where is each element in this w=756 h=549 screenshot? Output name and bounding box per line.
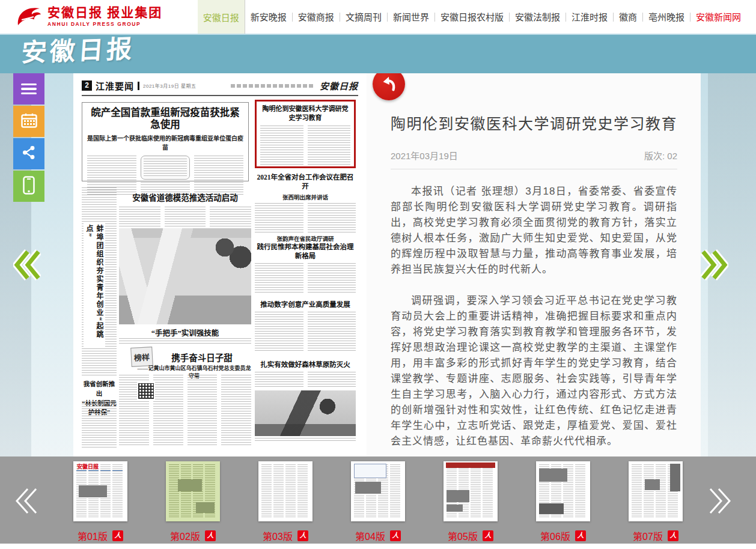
fake-text	[255, 312, 303, 351]
page-thumb-07[interactable]: 第07版 人	[629, 461, 683, 544]
article-panel: 陶明伦到安徽医科大学调研党史学习教育 2021年03月19日 版次: 02 本报…	[367, 73, 701, 456]
double-chevron-left-icon	[13, 249, 41, 281]
pdf-icon[interactable]: 人	[483, 530, 493, 541]
fake-text	[255, 203, 303, 233]
chevrons-right-icon	[708, 485, 732, 517]
article-meta: 2021年03月19日 版次: 02	[391, 149, 677, 169]
page-thumb-02[interactable]: 第02版 人	[166, 461, 220, 544]
return-arrow-icon	[379, 74, 398, 94]
story-taiwan-subtitle: 张西明出席并讲话	[255, 193, 356, 201]
pull-quote-box	[141, 156, 190, 180]
page-thumb-01[interactable]: 安徽日报 第01版 人	[73, 461, 127, 544]
nav-item-rural-edition[interactable]: 安徽日报农村版	[435, 13, 510, 22]
calendar-icon	[21, 113, 37, 130]
paper-masthead-script: 安徽日报	[320, 79, 358, 92]
article-paragraph: 本报讯（记者 张理想）3月18日，省委常委、省委宣传部部长陶明伦到安徽医科大学调…	[391, 184, 677, 278]
pager-prev-button[interactable]	[14, 485, 38, 519]
page-label[interactable]: 第05版	[448, 529, 478, 543]
page-label[interactable]: 第04版	[355, 529, 385, 543]
page-label[interactable]: 第03版	[263, 529, 293, 543]
paper-header-fineprint	[231, 84, 315, 88]
next-page-arrow[interactable]	[701, 249, 728, 284]
story-taiwan-meeting[interactable]: 2021年全省对台工作会议在肥召开 张西明出席并讲话	[255, 173, 356, 229]
nav-item-jianghuai-times[interactable]: 江淮时报	[566, 13, 614, 22]
page-thumb-03[interactable]: 第03版 人	[258, 461, 312, 544]
nav-item-huishang[interactable]: 徽商	[614, 13, 643, 22]
story-digital-title: 推动数字创意产业高质量发展	[255, 300, 356, 309]
fake-text	[308, 203, 356, 233]
nav-item-anhui-business[interactable]: 安徽商报	[293, 13, 340, 22]
fake-text-column	[82, 401, 117, 449]
nav-item-legal-news[interactable]: 安徽法制报	[510, 13, 566, 22]
nav-item-digest-weekly[interactable]: 文摘周刊	[340, 13, 388, 22]
nav-item-anhui-news-site[interactable]: 安徽新闻网	[690, 13, 746, 22]
story-digital-industry[interactable]: 推动数字创意产业高质量发展	[255, 300, 356, 356]
back-button[interactable]	[373, 73, 405, 100]
reader-viewer: 2 江淮要闻 2021年3月19日 星期五 安徽日报 皖产全国首款重组新冠疫苗获…	[73, 73, 701, 456]
story-highlighted-article[interactable]: 陶明伦到安徽医科大学调研党史学习教育	[255, 100, 356, 168]
top-header: 安徽日报 报业集团 ANHUI DAILY PRESS GROUP 安徽日报 新…	[0, 0, 756, 35]
newspaper-page-image[interactable]: 2 江淮要闻 2021年3月19日 星期五 安徽日报 皖产全国首款重组新冠疫苗获…	[73, 73, 367, 456]
fake-text	[119, 207, 160, 227]
article-date: 2021年03月19日	[391, 149, 458, 162]
tool-sidebar	[13, 73, 44, 202]
share-icon	[21, 145, 37, 163]
page-label[interactable]: 第06版	[540, 529, 570, 543]
brand-name-cn: 安徽日报 报业集团	[47, 6, 162, 20]
pdf-icon[interactable]: 人	[112, 530, 123, 541]
story-vaccine[interactable]: 皖产全国首款重组新冠疫苗获批紧急使用 是国际上第一个获批临床使用的新冠病毒重组亚…	[82, 102, 249, 181]
page-thumb-06[interactable]: 第06版 人	[536, 461, 590, 544]
story-model-title[interactable]: 携手奋斗日子甜	[153, 351, 251, 363]
story-moral-models[interactable]: 安徽省道德模范推选活动启动	[119, 191, 251, 226]
thumbnail-page-1[interactable]: 安徽日报	[73, 461, 127, 521]
menu-button[interactable]	[13, 73, 44, 105]
story-highlight-title: 陶明伦到安徽医科大学调研党史学习教育	[260, 105, 350, 123]
article-title: 陶明伦到安徽医科大学调研党史学习教育	[391, 112, 677, 133]
paper-section-name: 江淮要闻	[96, 79, 134, 92]
thumbnail-page-2[interactable]	[166, 461, 220, 521]
nav-item-anhui-daily[interactable]: 安徽日报	[198, 0, 245, 34]
story-governance[interactable]: 张韵声在省民政厅调研 践行民惟邦本构建基层社会治理新格局	[255, 234, 356, 296]
pdf-icon[interactable]: 人	[390, 530, 401, 541]
pdf-icon[interactable]: 人	[575, 530, 586, 541]
story-governance-kicker: 张韵声在省民政厅调研	[255, 234, 356, 243]
page-label[interactable]: 第02版	[170, 529, 200, 543]
pdf-icon[interactable]: 人	[205, 530, 216, 541]
page-label[interactable]: 第01版	[78, 529, 108, 543]
fake-text	[308, 126, 351, 166]
story-fire-prevention[interactable]: 扎实有效做好森林草原防灭火	[255, 360, 356, 450]
press-group-logo[interactable]: 安徽日报 报业集团 ANHUI DAILY PRESS GROUP	[16, 0, 162, 34]
fake-text	[260, 126, 303, 166]
pdf-icon[interactable]: 人	[297, 530, 308, 541]
qr-code	[137, 382, 155, 400]
bottom-bar	[0, 544, 756, 549]
thumbnail-page-4[interactable]	[351, 461, 405, 521]
fake-text	[308, 372, 356, 387]
page-thumb-05[interactable]: 第05版 人	[444, 461, 498, 544]
share-button[interactable]	[13, 138, 44, 169]
story-bengbu-vertical[interactable]: 蚌埠团组织夯实青年创业“起跳点”	[84, 223, 105, 347]
thumbnail-page-6[interactable]	[536, 461, 590, 521]
thumbnail-page-3[interactable]	[258, 461, 312, 521]
page-label[interactable]: 第07版	[633, 529, 663, 543]
fake-text	[308, 263, 356, 293]
mobile-button[interactable]	[13, 171, 44, 202]
thumbnail-page-5[interactable]	[444, 461, 498, 521]
nav-item-xinan-evening[interactable]: 新安晚报	[245, 13, 293, 22]
thumbnail-page-7[interactable]	[629, 461, 683, 521]
fake-text	[255, 263, 303, 293]
masthead-logo[interactable]: 安徽日报	[20, 37, 136, 66]
page-thumb-04[interactable]: 第04版 人	[351, 461, 405, 544]
prev-page-arrow[interactable]	[13, 249, 41, 284]
phone-icon	[23, 176, 35, 197]
excavator-photo	[255, 390, 356, 436]
pdf-icon[interactable]: 人	[668, 530, 678, 541]
nav-item-news-world[interactable]: 新闻世界	[388, 13, 435, 22]
nav-item-bozhou-evening[interactable]: 亳州晚报	[643, 13, 690, 22]
calendar-button[interactable]	[13, 106, 44, 137]
main-area: 2 江淮要闻 2021年3月19日 星期五 安徽日报 皖产全国首款重组新冠疫苗获…	[0, 73, 756, 456]
pager-next-button[interactable]	[708, 485, 732, 519]
edition-pager: 安徽日报 第01版 人 第02版 人 第03版 人	[0, 456, 756, 544]
brand-name-en: ANHUI DAILY PRESS GROUP	[47, 22, 162, 27]
story-vaccine-subtitle: 是国际上第一个获批临床使用的新冠病毒重组亚单位蛋白疫苗	[87, 133, 243, 151]
